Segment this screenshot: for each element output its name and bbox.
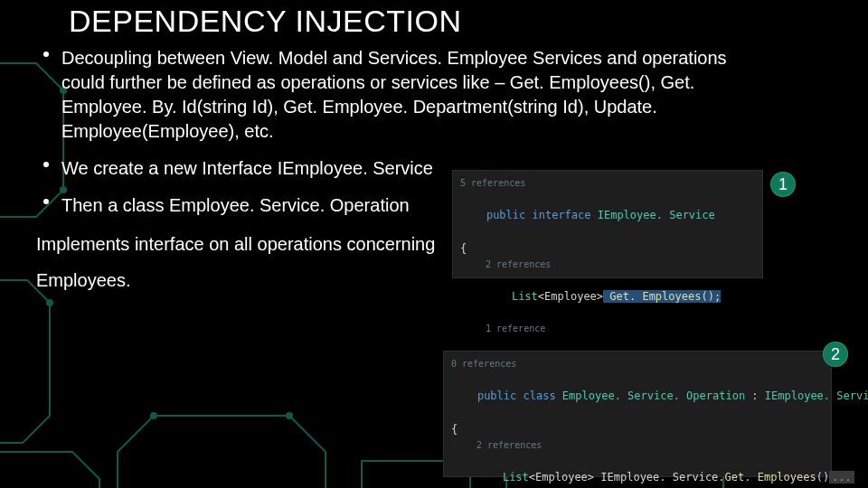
bullet-text: Then a class Employee. Service. Operatio…: [61, 193, 495, 218]
codelens-refs: 5 references: [460, 176, 755, 191]
page-title: DEPENDENCY INJECTION: [69, 4, 832, 39]
code-type: List: [512, 290, 538, 303]
code-keyword: public class: [477, 389, 556, 402]
code-type: IEmployee. Service: [591, 209, 715, 221]
code-brace: {: [451, 421, 824, 438]
code-generic: <Employee>: [538, 290, 603, 303]
bullet-text: Decoupling between View. Model and Servi…: [61, 46, 749, 144]
code-punct: (): [816, 471, 829, 483]
code-qual: IEmployee. Service.: [594, 471, 725, 483]
code-punct: ();: [701, 290, 721, 303]
code-method: Get. Employees: [725, 471, 816, 483]
code-snippet-interface: 5 references public interface IEmployee.…: [452, 170, 763, 278]
code-type: Employee. Service. Operation: [556, 389, 746, 402]
bullet-item: Decoupling between View. Model and Servi…: [31, 46, 832, 144]
bullet-dot-icon: [43, 162, 49, 167]
code-type: List: [503, 471, 529, 483]
bullet-dot-icon: [43, 52, 49, 57]
codelens-refs: 0 references: [451, 357, 824, 371]
codelens-refs: 1 reference: [460, 322, 755, 336]
bullet-text: We create a new Interface IEmployee. Ser…: [61, 156, 495, 181]
code-generic: <Employee>: [529, 471, 594, 483]
code-punct: :: [745, 389, 765, 402]
annotation-badge-2: 2: [823, 342, 848, 367]
code-method: Get. Employees: [603, 290, 701, 303]
code-snippet-class: 0 references public class Employee. Serv…: [443, 351, 832, 477]
code-keyword: public interface: [486, 209, 591, 221]
code-brace: {: [460, 240, 755, 258]
codelens-refs: 2 references: [460, 258, 755, 272]
code-fold-icon: ...: [829, 471, 854, 483]
codelens-refs: 2 references: [451, 438, 824, 453]
bullet-dot-icon: [43, 199, 49, 204]
annotation-badge-1: 1: [770, 172, 796, 197]
code-type: IEmployee. Service: [765, 389, 868, 402]
